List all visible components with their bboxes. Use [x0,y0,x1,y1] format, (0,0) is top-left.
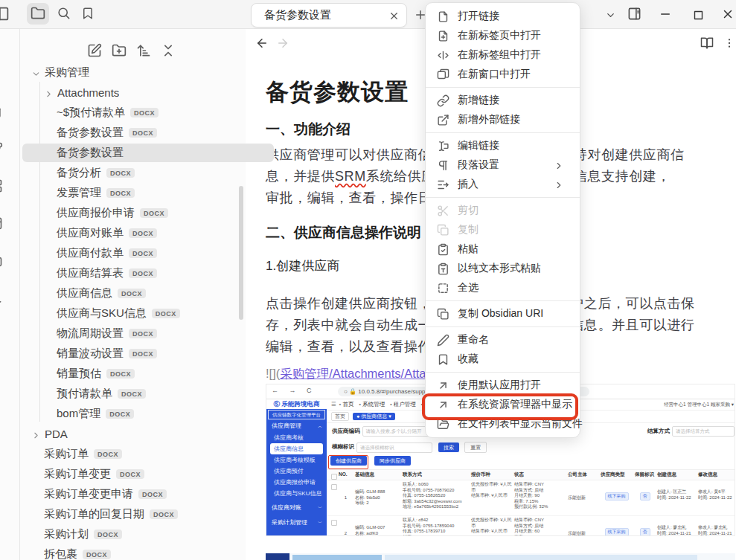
next-image-logo-block [266,553,289,560]
menu-item-以纯文本形式粘贴[interactable]: 以纯文本形式粘贴 [426,259,580,278]
tab-active[interactable]: 备货参数设置 [251,3,407,28]
tree-file[interactable]: 供应商对账单DOCX [22,224,274,242]
tree-file[interactable]: ~$预付请款单DOCX [22,103,274,122]
tree-file[interactable]: 采购订单变更DOCX [22,465,261,483]
file-extension-badge: DOCX [129,349,157,358]
file-extension-badge: DOCX [150,509,178,519]
menu-item-打开链接[interactable]: 打开链接 [426,7,580,26]
tree-toggle[interactable] [31,428,41,440]
tree-item-label: 采购管理 [45,65,89,80]
tree-folder-Attachments[interactable]: Attachments [22,83,261,102]
embed-sidebar-item: 供应商对账﹀ [266,502,327,514]
embed-sidebar-item: 供应商信息 [270,443,323,454]
menu-item-新增链接[interactable]: 新增链接 [426,91,580,110]
tab-close-icon[interactable] [388,9,400,22]
embed-sidebar-item: 供应商与SKU信息 [266,488,327,499]
minimize-button[interactable] [659,7,672,21]
sidebar-scrollbar[interactable] [239,186,243,320]
menu-item-label: 剪切 [458,204,479,217]
submenu-chevron-icon [554,159,572,171]
menu-item-复制: 复制 [426,220,580,239]
bookmarks-tab-icon[interactable] [81,6,95,20]
tree-folder-采购管理[interactable]: 采购管理 [22,63,249,82]
copy-icon [437,224,449,236]
tree-file[interactable]: 采购订单变更申请DOCX [22,485,261,503]
embed-sidebar-item: 采购计划管理﹀ [266,517,327,529]
menu-item-使用默认应用打开[interactable]: 使用默认应用打开 [426,376,580,395]
embed-filter-row-2: 模糊标识请选择模糊标识 搜索 重置 [327,442,735,456]
tree-file[interactable]: 备货参数设置DOCX [22,123,274,142]
tree-file[interactable]: 供应商付款单DOCX [22,244,274,263]
tab-title: 备货参数设置 [252,8,388,22]
bookmark-icon [437,353,449,366]
embed-sidebar-item: 供应商管理︿ [266,420,327,432]
tree-file[interactable]: 供应商结算表DOCX [22,264,274,283]
menu-item-新增外部链接[interactable]: 新增外部链接 [426,110,580,129]
menu-item-编辑链接[interactable]: 编辑链接 [426,136,580,155]
maximize-button[interactable] [693,8,704,22]
menu-separator [426,132,580,133]
file-explorer: 采购管理Attachments~$预付请款单DOCX备货参数设置DOCX备货参数… [20,28,246,560]
embed-browser-nav-icons: ← → C [272,387,316,394]
tree-toggle[interactable] [31,66,41,79]
menu-item-段落设置[interactable]: 段落设置 [426,155,580,175]
file-extension-badge: DOCX [130,108,159,118]
file-extension-badge: DOCX [116,469,144,479]
tree-toggle[interactable] [44,86,54,99]
tree-item-label: 供应商与SKU信息 [57,306,147,321]
file-extension-badge: DOCX [138,489,167,499]
tree-file[interactable]: 采购订单DOCX [22,445,261,463]
menu-item-收藏[interactable]: 收藏 [426,350,580,369]
tree-file[interactable]: 备货分析DOCX [22,164,274,182]
tree-file[interactable]: 发票管理DOCX [22,184,274,202]
panel-right-icon[interactable] [627,7,641,21]
embed-nav-item: 租户管理 [394,401,416,408]
menu-item-剪切: 剪切 [426,201,580,220]
tree-file[interactable]: 销量预估DOCX [22,364,274,383]
menu-item-label: 编辑链接 [458,139,499,152]
tree-file[interactable]: bom管理DOCX [22,405,274,423]
tree-item-label: PDA [45,428,68,440]
tree-file[interactable]: 拆包裹DOCX [22,545,261,560]
tree-file[interactable]: 预付请款单DOCX [22,384,274,403]
tree-item-label: 采购订单 [44,447,89,461]
tree-file[interactable]: 供应商信息DOCX [22,284,274,303]
menu-item-复制 Obsidian URI[interactable]: 复制 Obsidian URI [426,304,580,324]
tree-item-label: 供应商结算表 [57,266,124,280]
menu-item-粘贴[interactable]: 粘贴 [426,239,580,259]
next-image-bar-1 [292,555,382,560]
embed-menu-icon: ☰ [331,401,336,408]
menu-item-重命名[interactable]: 重命名 [426,330,580,350]
folder-tab-icon[interactable] [31,6,45,21]
embed-logo: Ⓢ 乐能跨境电商 [266,399,327,409]
menu-item-全选[interactable]: 全选 [426,278,580,297]
menu-item-在新标签页中打开[interactable]: 在新标签页中打开 [426,26,580,45]
image-markdown-line: ![](采购管理/Attachments/Atta [266,366,426,382]
file-extension-badge: DOCX [129,329,157,338]
menu-item-在新窗口中打开[interactable]: 在新窗口中打开 [426,65,580,84]
tree-folder-PDA[interactable]: PDA [22,425,249,443]
search-icon[interactable] [57,6,71,20]
attachment-link[interactable]: 采购管理/Attachments/Atta [280,367,426,380]
scissors-icon [437,205,449,217]
close-window-button[interactable] [721,7,735,21]
tree-file[interactable]: 采购订单的回复日期DOCX [22,505,261,524]
tree-file[interactable]: 销量波动设置DOCX [22,344,274,363]
panel-left-icon[interactable] [0,6,10,22]
clipboard-check-icon [437,243,449,256]
chevron-down-icon[interactable] [605,8,616,22]
embed-sidebar-item: 供应商报价申请 [266,477,327,488]
menu-item-插入[interactable]: 插入 [426,175,580,194]
embed-sidebar-item: 供应商考核模板 [266,454,327,466]
menu-separator [426,87,580,88]
tree-file[interactable]: 物流周期设置DOCX [22,324,274,343]
tree-file[interactable]: 备货参数设置 [22,144,274,162]
tree-file[interactable]: 采购计划DOCX [22,525,261,544]
tree-file[interactable]: 供应商报价申请DOCX [22,204,274,222]
tree-file[interactable]: 供应商与SKU信息DOCX [22,304,274,323]
submenu-chevron-icon [554,178,572,190]
tree-item-label: 供应商付款单 [57,246,124,260]
embed-sidebar: Ⓢ 乐能跨境电商 供应链数字化管理平台 供应商管理︿供应商考核供应商信息供应商考… [266,399,327,536]
next-image-bar-2 [385,555,697,560]
menu-item-在新标签组中打开[interactable]: 在新标签组中打开 [426,45,580,65]
